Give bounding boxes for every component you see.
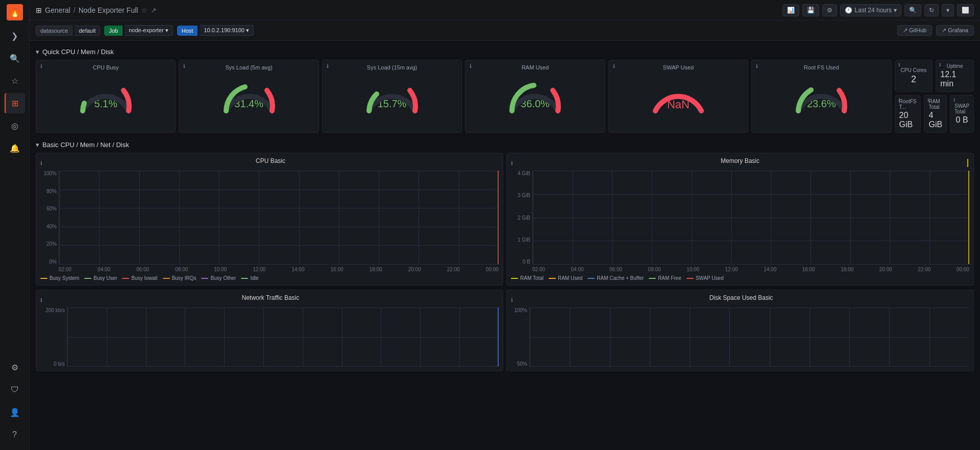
topbar-controls: 📊 💾 ⚙ 🕐 Last 24 hours ▾ 🔍 ↻ ▾ ⬜	[782, 4, 974, 16]
filterbar: datasource default Job node-exporter ▾ H…	[30, 20, 980, 41]
stat-cpu-cores: ℹ CPU Cores 2	[895, 60, 933, 92]
left-nav: 🔥 ❯ 🔍 ☆ ⊞ ◎ 🔔 ⚙ 🛡 👤 ?	[0, 0, 30, 450]
legend-ram-total-dot	[511, 278, 518, 279]
settings-button[interactable]: ⚙	[822, 4, 837, 16]
cpu-chart-vline	[498, 171, 499, 264]
legend-ram-total: RAM Total	[511, 275, 544, 281]
stat-swap-total-value: 0 B	[956, 115, 968, 125]
app-logo[interactable]: 🔥	[7, 4, 23, 20]
zoom-out-icon: 🔍	[909, 7, 917, 14]
cpu-y-100: 100%	[43, 171, 57, 176]
cpu-y-20: 20%	[46, 241, 57, 247]
gauge-rootfs-title: Root FS Used	[804, 64, 839, 70]
mem-y-2gib: 2 GiB	[518, 215, 530, 221]
legend-busy-system-label: Busy System	[50, 275, 79, 281]
gauge-cpu-busy: ℹ CPU Busy 5.1%	[36, 60, 176, 133]
stat-swap-total-info: ℹ	[953, 98, 955, 103]
gauge-swap-used-info: ℹ	[613, 63, 615, 69]
nav-explore[interactable]: ◎	[5, 115, 25, 136]
datasource-value[interactable]: default	[75, 26, 100, 36]
nav-shield[interactable]: 🛡	[5, 380, 25, 400]
nav-search[interactable]: 🔍	[5, 48, 25, 68]
legend-idle-dot	[241, 278, 248, 279]
breadcrumb-home[interactable]: General	[45, 6, 70, 14]
legend-busy-user-dot	[84, 278, 91, 279]
job-value[interactable]: node-exporter ▾	[125, 25, 173, 36]
nav-alerts[interactable]: 🔔	[5, 138, 25, 158]
add-panel-button[interactable]: 📊	[782, 4, 799, 16]
gauge-ram-used-visual	[504, 73, 566, 113]
legend-swap-used-label: SWAP Used	[696, 275, 724, 281]
stat-ram-total-info: ℹ	[927, 98, 929, 103]
github-link[interactable]: ↗ GitHub	[897, 25, 932, 36]
gauge-rootfs: ℹ Root FS Used 23.6%	[751, 60, 891, 133]
legend-ram-cache: RAM Cache + Buffer	[587, 275, 644, 281]
net-y-200: 200 kb/s	[45, 307, 65, 313]
legend-busy-iowait-label: Busy Iowait	[131, 275, 157, 281]
legend-busy-iowait: Busy Iowait	[122, 275, 157, 281]
gauge-sysload15-info: ℹ	[327, 63, 329, 69]
grafana-link[interactable]: ↗ Grafana	[936, 25, 974, 36]
section1-title: Quick CPU / Mem / Disk	[42, 48, 114, 56]
settings-icon: ⚙	[827, 7, 832, 14]
gauge-swap-used-title: SWAP Used	[663, 64, 694, 70]
breadcrumb: ⊞ General / Node Exporter Full ☆ ↗	[36, 6, 157, 14]
share-icon[interactable]: ↗	[151, 6, 157, 14]
nav-toggle[interactable]: ❯	[5, 26, 25, 46]
disk-y-100: 100%	[514, 307, 527, 313]
disk-chart-title: Disk Space Used Basic	[513, 294, 969, 301]
nav-config[interactable]: ⚙	[5, 357, 25, 377]
net-chart-area: 200 kb/s 0 b/s	[40, 307, 499, 367]
stat-uptime: ℹ Uptime 12.1 min	[936, 60, 974, 92]
nav-help[interactable]: ?	[5, 424, 25, 445]
net-chart-title: Network Traffic Basic	[42, 294, 499, 301]
legend-idle-label: Idle	[250, 275, 258, 281]
nav-starred[interactable]: ☆	[5, 70, 25, 91]
gauge-row: ℹ CPU Busy 5.1% ℹ Sys Load (	[36, 60, 974, 133]
section1-header[interactable]: ▾ Quick CPU / Mem / Disk	[36, 45, 974, 60]
refresh-icon: ↻	[929, 7, 934, 14]
memory-basic-chart: ℹ Memory Basic 4 GiB 3 GiB 2 GiB 1 GiB 0…	[506, 153, 974, 286]
host-value[interactable]: 10.0.2.190:9100 ▾	[200, 25, 254, 36]
section2-header[interactable]: ▾ Basic CPU / Mem / Net / Disk	[36, 138, 974, 153]
legend-ram-free-dot	[649, 278, 656, 279]
breadcrumb-sep: /	[74, 6, 76, 14]
host-filter: Host 10.0.2.190:9100 ▾	[177, 25, 254, 36]
legend-busy-user: Busy User	[84, 275, 117, 281]
main-content: ⊞ General / Node Exporter Full ☆ ↗ 📊 💾 ⚙…	[30, 0, 980, 450]
stat-cpu-cores-title: CPU Cores	[901, 67, 927, 73]
tv-icon: ⬜	[962, 7, 969, 14]
zoom-out-button[interactable]: 🔍	[904, 4, 921, 16]
legend-busy-system-dot	[40, 278, 47, 279]
mem-chart-vline	[968, 171, 969, 264]
tv-mode-button[interactable]: ⬜	[957, 4, 974, 16]
disk-y-50: 50%	[517, 361, 527, 367]
host-label: Host	[177, 26, 198, 36]
stat-rootfs-total-title: RootFS T...	[899, 99, 917, 110]
mem-y-3gib: 3 GiB	[518, 193, 530, 198]
legend-busy-irqs-label: Busy IRQs	[172, 275, 197, 281]
refresh-button[interactable]: ↻	[924, 4, 939, 16]
gauge-cpu-busy-title: CPU Busy	[93, 64, 119, 70]
refresh-dropdown[interactable]: ▾	[942, 4, 954, 16]
external-links: ↗ GitHub ↗ Grafana	[897, 25, 974, 36]
mem-chart-tick	[967, 159, 968, 167]
gauge-sysload5-title: Sys Load (5m avg)	[225, 64, 272, 70]
cpu-y-80: 80%	[46, 188, 57, 194]
legend-ram-used-dot	[549, 278, 556, 279]
job-label: Job	[104, 26, 122, 36]
save-button[interactable]: 💾	[802, 4, 819, 16]
nav-dashboards[interactable]: ⊞	[5, 93, 25, 113]
time-range-picker[interactable]: 🕐 Last 24 hours ▾	[840, 4, 901, 16]
mem-chart-legend: RAM Total RAM Used RAM Cache + Buffer RA…	[511, 275, 969, 281]
topbar: ⊞ General / Node Exporter Full ☆ ↗ 📊 💾 ⚙…	[30, 0, 980, 20]
gauge-ram-used-info: ℹ	[470, 63, 472, 69]
net-chart-vline	[498, 307, 499, 366]
nav-user[interactable]: 👤	[5, 402, 25, 422]
legend-busy-irqs-dot	[163, 278, 170, 279]
legend-swap-used-dot	[687, 278, 694, 279]
legend-busy-other: Busy Other	[201, 275, 236, 281]
cpu-x-labels: 02:0004:0006:0008:0010:0012:0014:0016:00…	[40, 267, 499, 272]
legend-ram-used: RAM Used	[549, 275, 582, 281]
star-icon[interactable]: ☆	[141, 6, 148, 14]
